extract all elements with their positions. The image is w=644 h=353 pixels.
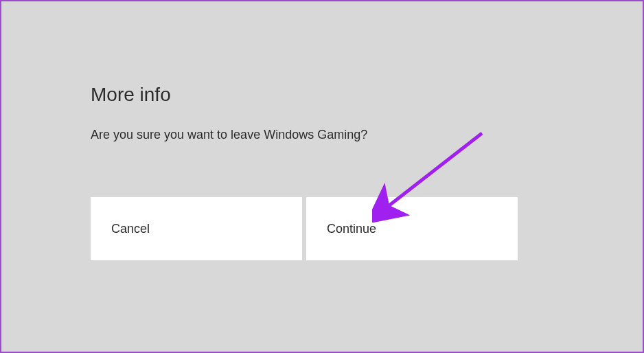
cancel-button[interactable]: Cancel xyxy=(91,197,302,260)
dialog-message: Are you sure you want to leave Windows G… xyxy=(91,128,643,142)
dialog-content: More info Are you sure you want to leave… xyxy=(1,1,643,260)
dialog-heading: More info xyxy=(91,84,643,106)
continue-button-label: Continue xyxy=(327,222,376,236)
continue-button[interactable]: Continue xyxy=(306,197,518,260)
dialog-frame: More info Are you sure you want to leave… xyxy=(0,0,644,353)
cancel-button-label: Cancel xyxy=(111,222,150,236)
button-row: Cancel Continue xyxy=(91,197,643,260)
